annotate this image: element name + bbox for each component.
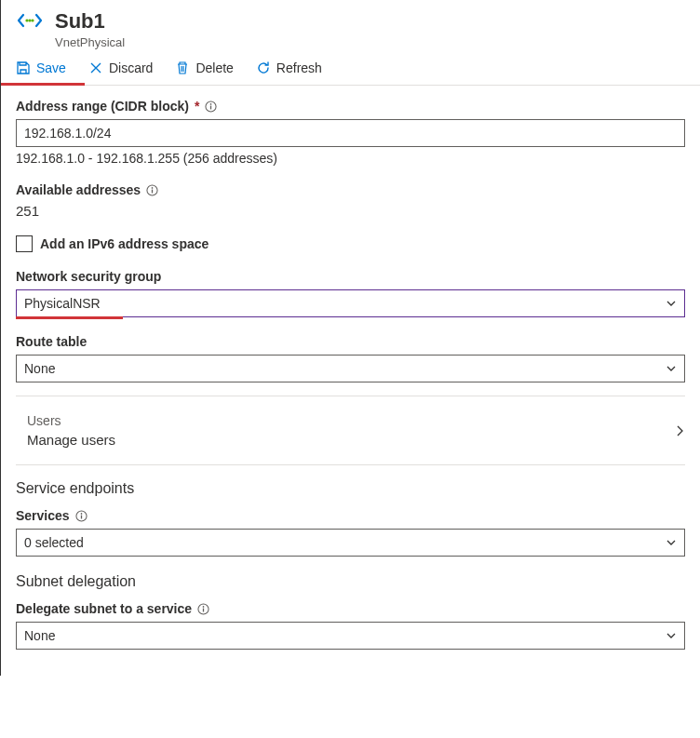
page-title: Sub1 [55,9,685,34]
delegate-value: None [24,628,55,643]
delete-button[interactable]: Delete [175,60,233,75]
service-endpoints-heading: Service endpoints [16,480,685,497]
address-range-hint: 192.168.1.0 - 192.168.1.255 (256 address… [16,151,685,166]
required-indicator: * [195,99,199,114]
nsg-label: Network security group [16,269,161,284]
refresh-icon [256,60,271,75]
services-field: Services 0 selected [16,508,685,557]
svg-rect-5 [210,105,211,109]
services-label: Services [16,508,70,523]
services-value: 0 selected [24,535,84,550]
route-table-select[interactable]: None [16,355,685,382]
chevron-down-icon [666,298,677,309]
delegate-select[interactable]: None [16,622,685,650]
refresh-label: Refresh [276,60,322,75]
save-icon [16,60,31,75]
svg-point-2 [31,19,34,21]
refresh-button[interactable]: Refresh [256,60,322,75]
delegate-label: Delegate subnet to a service [16,601,192,616]
users-subtitle: Manage users [27,432,115,448]
ipv6-checkbox-row: Add an IPv6 address space [16,235,685,252]
users-drill[interactable]: Users Manage users [16,409,685,451]
available-addresses-field: Available addresses 251 [16,182,685,219]
divider [16,396,685,396]
available-addresses-label: Available addresses [16,182,141,197]
users-title: Users [27,413,115,428]
trash-icon [175,60,190,75]
chevron-right-icon [674,423,685,438]
route-table-field: Route table None [16,334,685,382]
chevron-down-icon [666,537,677,548]
svg-point-13 [203,606,205,608]
vnet-icon [16,11,44,30]
chevron-down-icon [666,630,677,641]
address-range-input[interactable] [16,119,685,147]
svg-point-10 [80,513,82,515]
info-icon[interactable] [146,184,158,196]
close-icon [88,60,103,75]
discard-button[interactable]: Discard [88,60,153,75]
delegate-field: Delegate subnet to a service None [16,601,685,650]
svg-point-1 [28,19,31,21]
available-addresses-value: 251 [16,203,685,219]
info-icon[interactable] [75,510,88,522]
page-subtitle: VnetPhysical [55,35,685,49]
nsg-select[interactable]: PhysicalNSR [16,289,685,317]
svg-point-7 [152,187,154,189]
svg-rect-14 [203,608,204,611]
address-range-field: Address range (CIDR block) * 192.168.1.0… [16,99,685,166]
route-table-value: None [24,361,55,376]
nsg-field: Network security group PhysicalNSR [16,269,685,317]
subnet-delegation-heading: Subnet delegation [16,573,685,590]
chevron-down-icon [666,363,677,374]
svg-rect-11 [80,515,81,518]
save-label: Save [36,60,66,75]
save-button[interactable]: Save [16,60,66,75]
svg-point-4 [210,103,212,105]
nsg-value: PhysicalNSR [24,296,101,311]
info-icon[interactable] [197,603,209,615]
svg-rect-8 [152,189,153,193]
info-icon[interactable] [205,101,217,113]
annotation-underline-nsg [16,316,123,319]
discard-label: Discard [109,60,153,75]
route-table-label: Route table [16,334,87,349]
address-range-label: Address range (CIDR block) [16,99,189,114]
svg-point-0 [25,19,28,21]
annotation-underline-save [1,83,85,86]
toolbar: Save Discard Delete Refresh [1,53,700,86]
services-select[interactable]: 0 selected [16,529,685,557]
ipv6-checkbox[interactable] [16,235,33,252]
divider [16,464,685,465]
delete-label: Delete [195,60,233,75]
ipv6-checkbox-label: Add an IPv6 address space [40,236,209,251]
